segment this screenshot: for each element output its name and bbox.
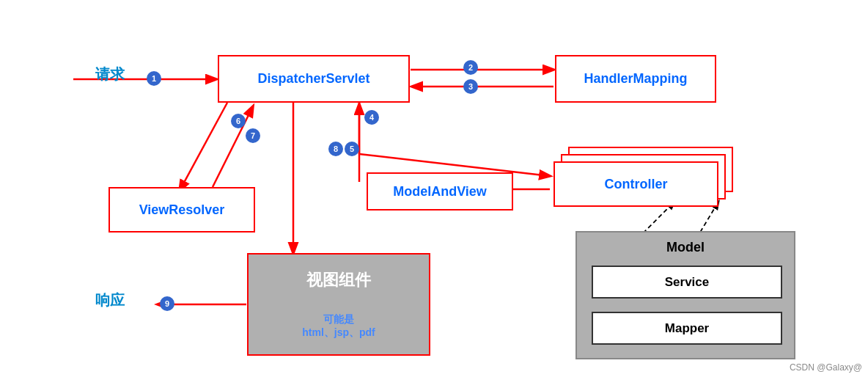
step-4-circle: 4 xyxy=(364,110,379,125)
view-resolver-box: ViewResolver xyxy=(108,187,255,233)
handler-mapping-box: HandlerMapping xyxy=(555,55,716,103)
request-label: 请求 xyxy=(95,65,125,84)
view-resolver-label: ViewResolver xyxy=(139,202,225,218)
controller-box: Controller xyxy=(553,161,718,207)
controller-label: Controller xyxy=(604,177,667,192)
step-8-circle: 8 xyxy=(328,142,343,156)
svg-line-7 xyxy=(180,103,227,191)
diagram: 请求 响应 DispatcherServlet HandlerMapping V… xyxy=(0,0,868,377)
model-box: Model Service Mapper xyxy=(575,231,795,359)
mapper-label: Mapper xyxy=(665,321,709,336)
step-3-circle: 3 xyxy=(463,79,478,94)
model-title-label: Model xyxy=(577,240,794,255)
dispatcher-servlet-label: DispatcherServlet xyxy=(257,71,369,87)
model-and-view-label: ModelAndView xyxy=(393,184,487,200)
step-7-circle: 7 xyxy=(246,128,260,143)
view-component-desc: 可能是html、jsp、pdf xyxy=(249,313,429,340)
watermark: CSDN @Galaxy@ xyxy=(790,362,862,373)
step-1-circle: 1 xyxy=(147,71,161,86)
model-and-view-box: ModelAndView xyxy=(367,172,513,211)
step-6-circle: 6 xyxy=(231,114,246,128)
step-5-circle: 5 xyxy=(345,142,359,156)
view-component-cn-label: 视图组件 xyxy=(249,269,429,291)
view-component-box: 视图组件 可能是html、jsp、pdf xyxy=(247,253,430,356)
service-box: Service xyxy=(592,266,782,299)
handler-mapping-label: HandlerMapping xyxy=(584,71,687,87)
step-9-circle: 9 xyxy=(160,296,174,311)
step-2-circle: 2 xyxy=(463,60,478,75)
service-label: Service xyxy=(665,275,710,290)
response-label: 响应 xyxy=(95,290,125,310)
dispatcher-servlet-box: DispatcherServlet xyxy=(218,55,410,103)
mapper-box: Mapper xyxy=(592,312,782,345)
